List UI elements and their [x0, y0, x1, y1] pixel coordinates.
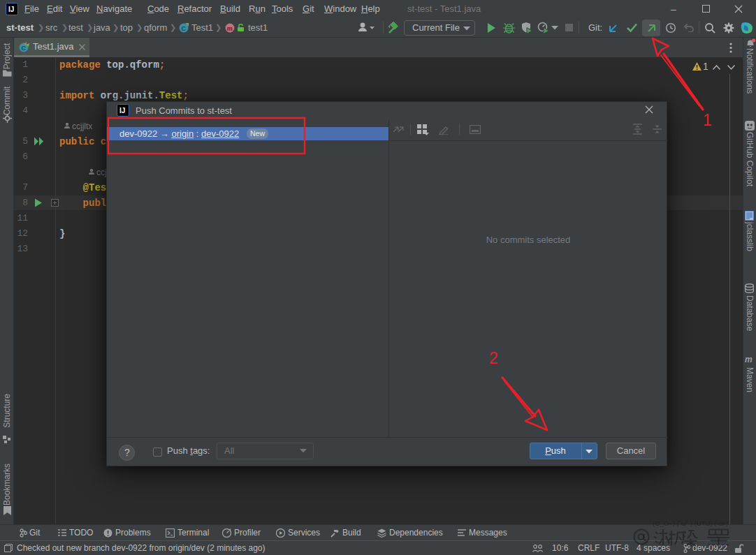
svg-text:IJ: IJ [8, 6, 14, 13]
svg-text:C: C [182, 25, 187, 32]
svg-text:C: C [22, 45, 27, 52]
svg-text:IJ: IJ [119, 107, 125, 114]
svg-text:m: m [227, 25, 233, 32]
